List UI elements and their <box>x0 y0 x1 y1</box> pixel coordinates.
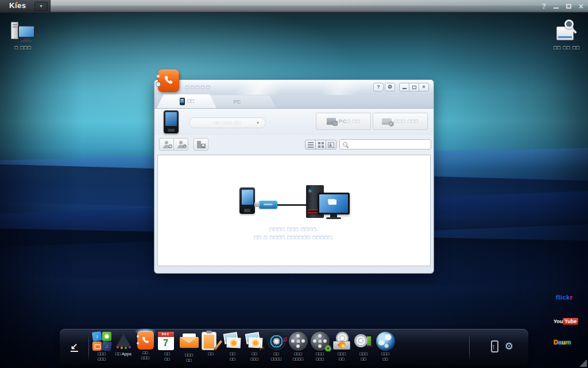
chevron-down-icon: ▾ <box>257 118 260 128</box>
music-note-glyph: ♪ <box>95 334 99 340</box>
device-header: □□ □□□ □□ ▾ PC□ □□ ✓ □□□ □□□ <box>154 109 434 135</box>
contacts-content-area: □□□□ □□□ □□□□. □□ □ □□□□ □□□□□□ □□□□□. <box>157 155 431 266</box>
app-title-bar: Kies ▾ ? × <box>0 0 588 13</box>
music-player-icon: ♫ <box>267 332 286 351</box>
photo-editor-icon: ✂ <box>245 332 264 351</box>
window-title: □□□□□ <box>185 80 211 95</box>
photos-icon <box>223 332 242 351</box>
minimize-icon <box>403 88 407 89</box>
connect-device-illustration <box>234 185 354 221</box>
flickr-link[interactable]: flickr <box>556 294 572 301</box>
dock-item-calendar[interactable]: DEC 7 □□□□ <box>156 331 178 363</box>
search-icon <box>343 142 347 147</box>
window-close-button[interactable]: × <box>419 83 429 91</box>
window-restore-button[interactable] <box>409 83 419 91</box>
dock-divider <box>469 334 470 361</box>
dock-minimize-button[interactable]: ↙ <box>64 337 84 356</box>
calendar-icon: DEC 7 <box>158 332 174 350</box>
device-select[interactable]: □□ □□□ □□ ▾ <box>189 117 266 128</box>
tab-phone[interactable]: □□ <box>157 94 216 108</box>
search-device-icon <box>554 20 579 43</box>
shortcut-label: □ □□□ <box>5 45 41 51</box>
dock-item-memo[interactable]: □□ <box>200 331 222 363</box>
dock-item-video-player[interactable]: □□□□□□□ <box>287 331 309 363</box>
daum-link[interactable]: Daum <box>554 339 571 346</box>
send-message-button[interactable]: ✓ □□□ □□□ <box>373 113 428 130</box>
samsung-apps-icon <box>114 332 133 351</box>
kies-logo-dot <box>16 2 18 3</box>
usb-connector-illustration <box>259 201 277 209</box>
dock-item-samsung-apps[interactable]: □□ Apps <box>113 331 134 363</box>
empty-state-message-line2: □□ □ □□□□ □□□□□□ □□□□□. <box>158 233 430 241</box>
window-minimize-button[interactable] <box>399 83 409 91</box>
globe-icon <box>376 332 395 351</box>
music-notes-glyph: ♫ <box>105 343 109 350</box>
grid-view-button[interactable] <box>315 140 326 150</box>
card-view-icon <box>328 142 334 148</box>
youtube-link[interactable]: YouTube <box>554 319 578 324</box>
card-view-button[interactable] <box>326 140 336 150</box>
dock-item-photos[interactable]: □□□□ <box>222 331 243 363</box>
list-view-button[interactable] <box>305 140 316 150</box>
app-dock: ↙ ♪ ♫ □□□□□□ □□ Apps <box>60 329 528 366</box>
recycle-arrows-icon: ♻ <box>324 344 332 353</box>
disc-burner-icon <box>332 332 351 351</box>
empty-state-message-line1: □□□□ □□□ □□□□. <box>158 225 430 233</box>
gear-icon: ⚙ <box>505 341 513 352</box>
title-bar-sheen <box>0 0 588 12</box>
dock-item-contacts[interactable]: □□□□□ <box>134 331 156 363</box>
kies-menu-button[interactable]: ▾ <box>34 2 48 11</box>
dock-item-music-player[interactable]: ♫ □□□□□□ <box>265 331 287 363</box>
minimize-button[interactable] <box>554 7 559 9</box>
dock-item-photo-editor[interactable]: ✂ □□□□□ <box>243 331 265 363</box>
email-icon <box>180 333 199 352</box>
gear-icon: ⚙ <box>388 84 392 90</box>
list-view-icon <box>308 142 314 148</box>
phone-handset-icon <box>141 336 150 346</box>
phone-upgrade-icon <box>491 340 498 352</box>
my-computer-shortcut[interactable]: □ □□□ <box>5 21 41 51</box>
save-to-phone-button[interactable] <box>194 138 208 151</box>
dock-item-disc-burner[interactable]: □□□□□ <box>331 331 353 363</box>
envelope-check-icon: ✓ <box>382 118 392 125</box>
contacts-icon <box>137 331 154 350</box>
phone-illustration <box>239 187 255 214</box>
dock-item-disc-ripper[interactable]: □□□□□ <box>353 331 374 363</box>
firmware-upgrade-button[interactable]: ↑ <box>491 340 496 352</box>
tab-bar: PC □□ <box>154 95 434 109</box>
kies-logo-block: Kies ▾ <box>0 0 51 13</box>
magnifier-icon <box>564 20 574 29</box>
help-button[interactable]: ? <box>541 2 546 10</box>
search-input[interactable] <box>351 140 429 148</box>
video-player-icon <box>289 332 308 351</box>
phone-tab-icon <box>180 98 185 105</box>
device-thumbnail <box>164 110 179 133</box>
contacts-app-icon <box>158 70 179 92</box>
phone-handset-icon <box>163 75 175 87</box>
device-search-shortcut[interactable]: □□ □□ □□ <box>548 20 586 51</box>
dock-item-email[interactable]: □□□□□ <box>178 331 200 363</box>
multimedia-manager-icon: ♪ ♫ <box>92 332 111 351</box>
arrow-down-left-icon: ↙ <box>71 342 78 350</box>
disc-ripper-icon <box>354 332 373 351</box>
edit-contact-button[interactable]: - <box>173 138 188 151</box>
close-button[interactable]: × <box>579 3 583 9</box>
dock-settings-button[interactable]: ⚙ <box>505 342 513 351</box>
add-contact-button[interactable]: + <box>159 138 174 151</box>
dock-divider <box>88 334 89 361</box>
monitor-lock-icon <box>327 118 336 125</box>
maximize-button[interactable] <box>566 4 571 9</box>
dock-item-video-converter[interactable]: ♻ □□□□□□ <box>309 331 331 363</box>
contact-search-box[interactable] <box>339 139 431 150</box>
pc-sync-button[interactable]: PC□ □□ <box>316 113 371 130</box>
window-settings-button[interactable]: ⚙ <box>385 83 395 91</box>
computer-icon <box>10 21 36 43</box>
shortcut-label: □□ □□ □□ <box>548 45 586 51</box>
window-help-button[interactable]: ? <box>373 83 384 91</box>
contacts-window: □□□□□ ? ⚙ × PC □□ □□ □□□ □□ ▾ <box>154 79 434 274</box>
dock-item-multimedia-manager[interactable]: ♪ ♫ □□□□□□ <box>91 331 113 363</box>
resize-grip[interactable] <box>579 359 587 367</box>
contacts-toolbar: + - <box>154 135 434 154</box>
restore-icon <box>412 86 416 89</box>
dock-item-internet[interactable]: □□□□□ <box>374 331 396 363</box>
